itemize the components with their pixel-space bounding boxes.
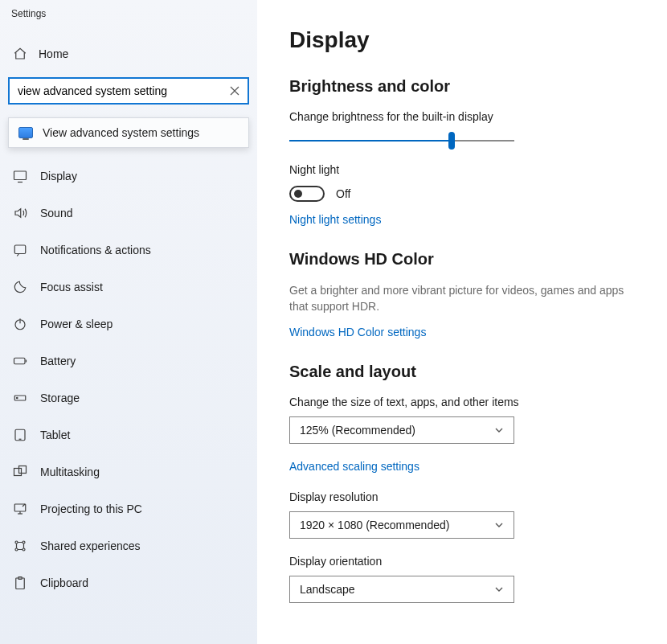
nav-item-multitasking[interactable]: Multitasking xyxy=(0,453,257,490)
nav-item-label: Power & sleep xyxy=(40,318,113,330)
nav-item-label: Projecting to this PC xyxy=(40,502,142,515)
resolution-value: 1920 × 1080 (Recommended) xyxy=(300,519,449,531)
projecting-icon xyxy=(13,502,27,516)
svg-point-5 xyxy=(17,397,18,399)
nav-item-battery[interactable]: Battery xyxy=(0,343,257,379)
section-brightness-heading: Brightness and color xyxy=(289,77,635,96)
nav-item-label: Focus assist xyxy=(40,281,103,293)
night-light-settings-link[interactable]: Night light settings xyxy=(289,213,381,226)
search-suggestion-label: View advanced system settings xyxy=(43,126,199,139)
svg-rect-7 xyxy=(14,469,22,476)
shared-experiences-icon xyxy=(13,539,27,553)
brightness-label: Change brightness for the built-in displ… xyxy=(289,110,635,123)
nav-item-label: Sound xyxy=(40,207,72,219)
sidebar: Settings Home View advanced system setti… xyxy=(0,0,257,644)
nav-home[interactable]: Home xyxy=(0,35,257,72)
scale-size-value: 125% (Recommended) xyxy=(300,424,415,437)
chevron-down-icon xyxy=(494,585,504,594)
nav-item-label: Battery xyxy=(40,355,76,367)
scale-size-label: Change the size of text, apps, and other… xyxy=(289,396,635,408)
chevron-down-icon xyxy=(494,520,504,530)
nav-item-display[interactable]: Display xyxy=(0,158,257,195)
orientation-select[interactable]: Landscape xyxy=(289,576,514,603)
nav-home-label: Home xyxy=(39,47,68,60)
hdcolor-settings-link[interactable]: Windows HD Color settings xyxy=(289,326,426,338)
section-hdcolor-heading: Windows HD Color xyxy=(289,250,635,269)
svg-point-12 xyxy=(15,548,18,551)
slider-thumb[interactable] xyxy=(448,132,455,150)
window-title: Settings xyxy=(0,0,257,19)
nav-item-projecting[interactable]: Projecting to this PC xyxy=(0,490,257,527)
sound-icon xyxy=(13,206,27,220)
storage-icon xyxy=(13,391,27,405)
tablet-icon xyxy=(13,428,27,442)
focus-assist-icon xyxy=(13,280,27,294)
nav-list: Display Sound Notifications & actions Fo… xyxy=(0,158,257,601)
nav-item-label: Display xyxy=(40,170,77,183)
nav-item-label: Multitasking xyxy=(40,466,100,478)
nav-item-label: Tablet xyxy=(40,429,70,441)
content-pane: Display Brightness and color Change brig… xyxy=(257,0,667,644)
advanced-scaling-link[interactable]: Advanced scaling settings xyxy=(289,460,419,473)
svg-rect-3 xyxy=(14,358,26,364)
nav-item-sound[interactable]: Sound xyxy=(0,195,257,232)
svg-rect-1 xyxy=(14,245,26,254)
nav-item-label: Clipboard xyxy=(40,576,88,589)
notifications-icon xyxy=(13,243,27,257)
battery-icon xyxy=(13,354,27,368)
nav-item-power-sleep[interactable]: Power & sleep xyxy=(0,306,257,343)
svg-point-13 xyxy=(23,548,25,551)
power-icon xyxy=(13,317,27,331)
monitor-icon xyxy=(18,127,33,138)
clipboard-icon xyxy=(13,576,27,590)
nav-item-label: Storage xyxy=(40,392,80,404)
night-light-toggle[interactable] xyxy=(289,186,325,202)
page-title: Display xyxy=(289,27,635,53)
search-box[interactable] xyxy=(8,77,249,105)
nav-item-focus-assist[interactable]: Focus assist xyxy=(0,269,257,306)
night-light-state: Off xyxy=(336,187,350,200)
display-icon xyxy=(13,169,27,183)
search-input[interactable] xyxy=(18,84,220,97)
slider-fill xyxy=(289,140,452,142)
nav-item-clipboard[interactable]: Clipboard xyxy=(0,564,257,601)
hdcolor-desc: Get a brighter and more vibrant picture … xyxy=(289,283,635,314)
home-icon xyxy=(13,47,27,61)
section-scale-heading: Scale and layout xyxy=(289,363,635,381)
orientation-value: Landscape xyxy=(300,583,355,596)
search-suggestion-item[interactable]: View advanced system settings xyxy=(9,118,248,147)
toggle-knob xyxy=(294,190,302,198)
chevron-down-icon xyxy=(494,425,504,435)
nav-item-label: Shared experiences xyxy=(40,539,141,552)
brightness-slider[interactable] xyxy=(289,133,514,149)
resolution-select[interactable]: 1920 × 1080 (Recommended) xyxy=(289,511,514,539)
nav-item-notifications[interactable]: Notifications & actions xyxy=(0,232,257,269)
orientation-label: Display orientation xyxy=(289,555,635,568)
svg-point-11 xyxy=(23,541,25,544)
svg-rect-0 xyxy=(14,171,27,180)
svg-point-10 xyxy=(15,541,18,544)
search-suggestions: View advanced system settings xyxy=(8,117,249,148)
svg-rect-8 xyxy=(19,466,27,474)
nav-item-tablet[interactable]: Tablet xyxy=(0,416,257,453)
night-light-label: Night light xyxy=(289,163,635,176)
nav-item-shared-experiences[interactable]: Shared experiences xyxy=(0,527,257,564)
resolution-label: Display resolution xyxy=(289,490,635,503)
nav-item-label: Notifications & actions xyxy=(40,244,151,256)
clear-icon[interactable] xyxy=(227,83,243,99)
scale-size-select[interactable]: 125% (Recommended) xyxy=(289,416,514,444)
multitasking-icon xyxy=(13,465,27,479)
nav-item-storage[interactable]: Storage xyxy=(0,379,257,416)
search-wrap xyxy=(8,77,249,105)
